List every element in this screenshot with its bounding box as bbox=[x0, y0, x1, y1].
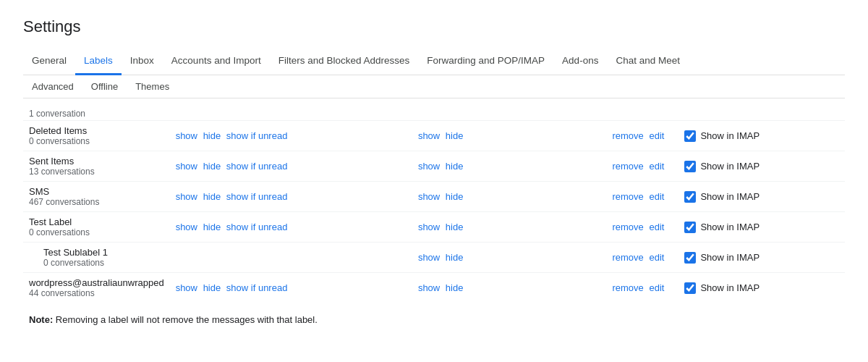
list-actions-cell: show hide show if unread bbox=[170, 151, 412, 182]
imap-checkbox[interactable] bbox=[684, 161, 696, 172]
show-link[interactable]: show bbox=[176, 282, 197, 293]
imap-actions-cell: show hide bbox=[412, 151, 607, 182]
list-actions-cell: show hide show if unread bbox=[170, 121, 412, 151]
show-imap-hide[interactable]: hide bbox=[446, 222, 464, 232]
sent-items-conv: 13 conversations bbox=[29, 167, 164, 177]
hide-link[interactable]: hide bbox=[203, 222, 221, 232]
list-actions-cell: show hide show if unread bbox=[170, 182, 412, 212]
subtab-themes[interactable]: Themes bbox=[127, 75, 178, 98]
label-name-cell: Test Label 0 conversations bbox=[23, 212, 170, 243]
truncated-row: 1 conversation bbox=[23, 104, 845, 121]
labels-table: 1 conversation Deleted Items 0 conversat… bbox=[23, 104, 845, 329]
imap-actions-cell: show hide bbox=[412, 243, 607, 273]
wordpress-conv: 44 conversations bbox=[29, 288, 164, 298]
subtab-offline[interactable]: Offline bbox=[82, 75, 127, 98]
show-imap-show[interactable]: show bbox=[418, 130, 440, 141]
settings-container: Settings General Labels Inbox Accounts a… bbox=[0, 0, 868, 329]
imap-checkbox[interactable] bbox=[684, 130, 696, 142]
remove-edit-cell: remove edit bbox=[606, 182, 678, 212]
show-in-imap-cell: Show in IMAP bbox=[678, 151, 845, 182]
hide-link[interactable]: hide bbox=[203, 191, 221, 202]
imap-checkbox[interactable] bbox=[684, 252, 696, 264]
edit-link[interactable]: edit bbox=[649, 161, 664, 172]
deleted-items-name: Deleted Items bbox=[29, 125, 164, 136]
tab-accounts[interactable]: Accounts and Import bbox=[163, 48, 270, 75]
hide-link[interactable]: hide bbox=[203, 282, 221, 293]
show-link[interactable]: show bbox=[176, 191, 197, 202]
show-link[interactable]: show bbox=[176, 222, 197, 232]
show-imap-show[interactable]: show bbox=[418, 222, 440, 232]
tab-filters[interactable]: Filters and Blocked Addresses bbox=[270, 48, 419, 75]
remove-edit-cell: remove edit bbox=[606, 151, 678, 182]
label-name-cell: SMS 467 conversations bbox=[23, 182, 170, 212]
label-name-cell: Test Sublabel 1 0 conversations bbox=[23, 243, 170, 273]
show-link[interactable]: show bbox=[176, 130, 197, 141]
remove-edit-cell: remove edit bbox=[606, 121, 678, 151]
show-imap-hide[interactable]: hide bbox=[446, 282, 464, 293]
tab-labels[interactable]: Labels bbox=[75, 48, 122, 75]
show-in-imap-cell: Show in IMAP bbox=[678, 182, 845, 212]
subtab-advanced[interactable]: Advanced bbox=[23, 75, 82, 98]
show-in-imap-label: Show in IMAP bbox=[700, 130, 760, 141]
show-imap-hide[interactable]: hide bbox=[446, 161, 464, 172]
show-imap-show[interactable]: show bbox=[418, 282, 440, 293]
show-in-imap-cell: Show in IMAP bbox=[678, 243, 845, 273]
table-row: Test Sublabel 1 0 conversations show hid… bbox=[23, 243, 845, 273]
remove-link[interactable]: remove bbox=[612, 282, 643, 293]
show-imap-show[interactable]: show bbox=[418, 252, 440, 263]
note-text: Removing a label will not remove the mes… bbox=[53, 314, 318, 325]
note-cell: Note: Removing a label will not remove t… bbox=[23, 303, 845, 329]
remove-edit-cell: remove edit bbox=[606, 243, 678, 273]
list-actions-cell: show hide show if unread bbox=[170, 212, 412, 243]
show-imap-show[interactable]: show bbox=[418, 191, 440, 202]
label-name-cell: Sent Items 13 conversations bbox=[23, 151, 170, 182]
remove-link[interactable]: remove bbox=[612, 252, 643, 263]
tab-addons[interactable]: Add-ons bbox=[553, 48, 607, 75]
show-if-unread-link[interactable]: show if unread bbox=[226, 282, 288, 293]
show-imap-hide[interactable]: hide bbox=[446, 191, 464, 202]
note-row: Note: Removing a label will not remove t… bbox=[23, 303, 845, 329]
show-link[interactable]: show bbox=[176, 161, 197, 172]
imap-checkbox[interactable] bbox=[684, 191, 696, 203]
imap-actions-cell: show hide bbox=[412, 182, 607, 212]
remove-link[interactable]: remove bbox=[612, 222, 643, 232]
tab-chat[interactable]: Chat and Meet bbox=[607, 48, 689, 75]
edit-link[interactable]: edit bbox=[649, 282, 664, 293]
tab-forwarding[interactable]: Forwarding and POP/IMAP bbox=[418, 48, 553, 75]
show-if-unread-link[interactable]: show if unread bbox=[226, 191, 288, 202]
test-label-name: Test Label bbox=[29, 216, 164, 227]
table-row: SMS 467 conversations show hide show if … bbox=[23, 182, 845, 212]
imap-checkbox[interactable] bbox=[684, 282, 696, 294]
hide-link[interactable]: hide bbox=[203, 161, 221, 172]
show-imap-hide[interactable]: hide bbox=[446, 252, 464, 263]
show-imap-hide[interactable]: hide bbox=[446, 130, 464, 141]
remove-link[interactable]: remove bbox=[612, 130, 643, 141]
imap-actions-cell: show hide bbox=[412, 273, 607, 303]
table-row: Sent Items 13 conversations show hide sh… bbox=[23, 151, 845, 182]
tab-inbox[interactable]: Inbox bbox=[122, 48, 163, 75]
show-if-unread-link[interactable]: show if unread bbox=[226, 130, 288, 141]
edit-link[interactable]: edit bbox=[649, 191, 664, 202]
imap-actions-cell: show hide bbox=[412, 212, 607, 243]
main-nav: General Labels Inbox Accounts and Import… bbox=[23, 48, 845, 75]
imap-checkbox[interactable] bbox=[684, 222, 696, 233]
edit-link[interactable]: edit bbox=[649, 252, 664, 263]
show-in-imap-cell: Show in IMAP bbox=[678, 212, 845, 243]
sub-nav: Advanced Offline Themes bbox=[23, 75, 845, 98]
hide-link[interactable]: hide bbox=[203, 130, 221, 141]
show-imap-show[interactable]: show bbox=[418, 161, 440, 172]
show-in-imap-label: Show in IMAP bbox=[700, 282, 760, 293]
edit-link[interactable]: edit bbox=[649, 130, 664, 141]
show-if-unread-link[interactable]: show if unread bbox=[226, 222, 288, 232]
table-row: Deleted Items 0 conversations show hide … bbox=[23, 121, 845, 151]
truncated-count: 1 conversation bbox=[23, 104, 845, 121]
remove-link[interactable]: remove bbox=[612, 161, 643, 172]
edit-link[interactable]: edit bbox=[649, 222, 664, 232]
remove-link[interactable]: remove bbox=[612, 191, 643, 202]
show-in-imap-label: Show in IMAP bbox=[700, 222, 760, 232]
show-if-unread-link[interactable]: show if unread bbox=[226, 161, 288, 172]
sublabel-conv: 0 conversations bbox=[29, 258, 164, 268]
sent-items-name: Sent Items bbox=[29, 156, 164, 167]
remove-edit-cell: remove edit bbox=[606, 273, 678, 303]
tab-general[interactable]: General bbox=[23, 48, 75, 75]
